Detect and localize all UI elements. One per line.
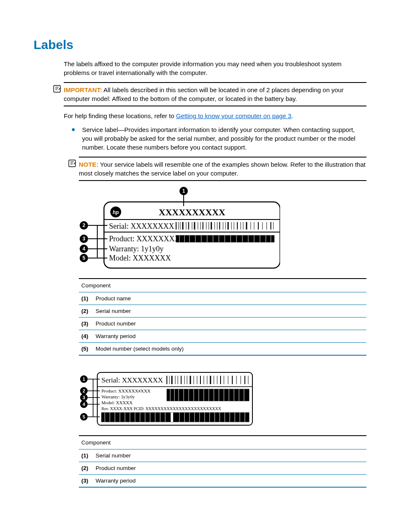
svg-text:5: 5 — [83, 414, 85, 419]
important-callout: IMPORTANT: All labels described in this … — [64, 82, 366, 106]
svg-text:4: 4 — [83, 246, 86, 252]
svg-text:1: 1 — [182, 188, 185, 194]
important-label: IMPORTANT: — [64, 86, 102, 93]
svg-text:hp: hp — [113, 209, 119, 215]
svg-rect-111 — [167, 389, 249, 401]
service-label-diagram-2: Serial: XXXXXXXX Product: XXXXXX#XXX War… — [79, 370, 366, 429]
svg-text:Serial:  XXXXXXXX: Serial: XXXXXXXX — [109, 222, 174, 230]
table-header: Component — [79, 436, 366, 449]
svg-text:5: 5 — [83, 255, 86, 261]
svg-text:Serial:  XXXXXXXX: Serial: XXXXXXXX — [101, 376, 163, 384]
intro-paragraph: The labels affixed to the computer provi… — [64, 59, 366, 77]
table-row: (2)Serial number — [79, 305, 366, 318]
note-label: NOTE: — [79, 161, 99, 168]
table-row: (1)Product name — [79, 292, 366, 305]
svg-text:Product: XXXXXXXX: Product: XXXXXXXX — [109, 235, 180, 243]
table-row: (4)Warranty period — [79, 330, 366, 343]
table-row: (5)Model number (select models only) — [79, 343, 366, 355]
svg-rect-47 — [176, 235, 274, 242]
table-row: (1)Serial number — [79, 449, 366, 462]
svg-rect-129 — [101, 413, 249, 422]
note-icon — [68, 159, 76, 170]
svg-text:3: 3 — [83, 395, 85, 400]
getting-to-know-link[interactable]: Getting to know your computer on page 3 — [176, 112, 291, 119]
svg-text:4: 4 — [83, 402, 86, 407]
svg-rect-11 — [176, 222, 274, 230]
svg-text:1: 1 — [83, 377, 85, 382]
table-row: (3)Product number — [79, 318, 366, 330]
svg-text:Warranty: 1y1y0y: Warranty: 1y1y0y — [109, 245, 164, 253]
svg-text:Rev. XXXX-XXX  PCID: XXXXXXXXX: Rev. XXXX-XXX PCID: XXXXXXXXXXXXXXXXXXXX… — [101, 406, 221, 411]
important-icon — [53, 85, 61, 95]
note-callout: NOTE: Your service labels will resemble … — [79, 157, 366, 181]
table-header: Component — [79, 279, 366, 292]
help-paragraph: For help finding these locations, refer … — [64, 111, 366, 120]
svg-text:Model: XXXXX: Model: XXXXX — [101, 400, 132, 405]
svg-text:Product: XXXXXX#XXX: Product: XXXXXX#XXX — [101, 388, 151, 393]
table-row: (3)Warranty period — [79, 475, 366, 487]
component-table-1: Component (1)Product name (2)Serial numb… — [79, 278, 366, 356]
service-label-diagram-1: 1 hp XXXXXXXXXX Serial: XXXXXXXX Product… — [79, 186, 366, 270]
svg-text:XXXXXXXXXX: XXXXXXXXXX — [159, 207, 226, 217]
svg-text:Model: XXXXXXX: Model: XXXXXXX — [109, 254, 171, 262]
svg-text:3: 3 — [83, 236, 86, 242]
bullet-icon: ● — [71, 125, 75, 152]
component-table-2: Component (1)Serial number (2)Product nu… — [79, 435, 366, 488]
svg-text:Warranty: 3y3y0y: Warranty: 3y3y0y — [101, 394, 135, 399]
service-label-bullet: ● Service label—Provides important infor… — [71, 125, 366, 152]
table-row: (2)Product number — [79, 462, 366, 475]
page-title: Labels — [34, 38, 366, 52]
svg-text:2: 2 — [83, 388, 85, 393]
svg-text:2: 2 — [83, 222, 86, 228]
